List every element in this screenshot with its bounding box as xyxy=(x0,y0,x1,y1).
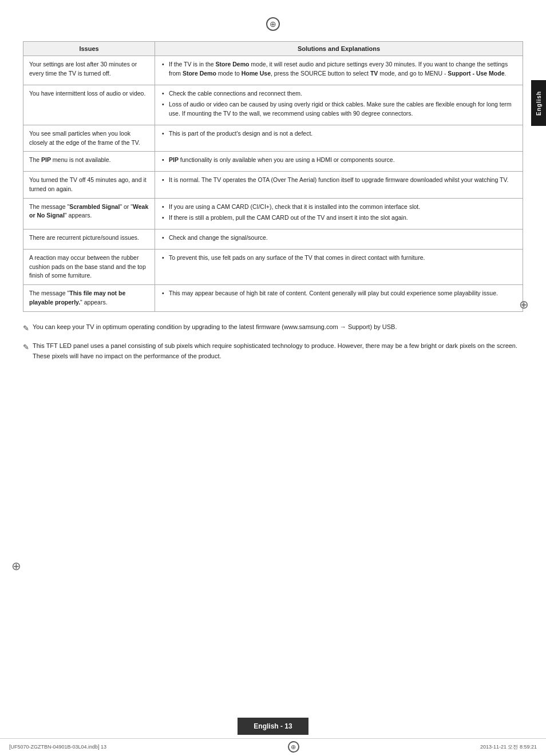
solution-cell: If the TV is in the Store Demo mode, it … xyxy=(155,56,523,85)
solution-cell: If you are using a CAM CARD (CI/CI+), ch… xyxy=(155,198,523,229)
table-row: You see small particles when you look cl… xyxy=(23,125,523,152)
issue-cell: You have intermittent loss of audio or v… xyxy=(23,85,155,125)
right-cross-icon: ⊕ xyxy=(519,298,529,311)
issue-cell: You turned the TV off 45 minutes ago, an… xyxy=(23,172,155,199)
issue-cell: The message "This file may not be playab… xyxy=(23,285,155,312)
page-number-badge: English - 13 xyxy=(238,718,308,735)
issue-cell: You see small particles when you look cl… xyxy=(23,125,155,152)
footer-circle-icon: ⊕ xyxy=(288,741,299,753)
note-icon-2: ✎ xyxy=(23,342,29,354)
issue-cell: The PIP menu is not available. xyxy=(23,152,155,172)
issue-cell: Your settings are lost after 30 minutes … xyxy=(23,56,155,85)
table-row: You have intermittent loss of audio or v… xyxy=(23,85,523,125)
troubleshooting-table: Issues Solutions and Explanations Your s… xyxy=(23,41,523,312)
solution-cell: Check and change the signal/source. xyxy=(155,229,523,250)
table-row: The message "Scrambled Signal" or "Weak … xyxy=(23,198,523,229)
table-row: A reaction may occur between the rubber … xyxy=(23,249,523,284)
table-row: You turned the TV off 45 minutes ago, an… xyxy=(23,172,523,199)
table-header-issues: Issues xyxy=(23,42,155,56)
issue-cell: There are recurrent picture/sound issues… xyxy=(23,229,155,250)
footer-bar: [UF5070-ZGZTBN-04901B-03L04.indb] 13 ⊕ 2… xyxy=(0,738,546,756)
issue-cell: A reaction may occur between the rubber … xyxy=(23,249,155,284)
issue-cell: The message "Scrambled Signal" or "Weak … xyxy=(23,198,155,229)
note-text-2: This TFT LED panel uses a panel consisti… xyxy=(33,341,523,361)
note-icon-1: ✎ xyxy=(23,323,29,335)
solution-cell: Check the cable connections and reconnec… xyxy=(155,85,523,125)
note-item-1: ✎ You can keep your TV in optimum operat… xyxy=(23,322,523,335)
table-row: The PIP menu is not available. PIP funct… xyxy=(23,152,523,172)
solution-cell: It is normal. The TV operates the OTA (O… xyxy=(155,172,523,199)
page-container: ⊕ English ⊕ Issues Solutions and Explana… xyxy=(0,0,546,756)
note-text-1: You can keep your TV in optimum operatin… xyxy=(33,322,397,333)
solution-cell: To prevent this, use felt pads on any su… xyxy=(155,249,523,284)
solution-cell: This is part of the product's design and… xyxy=(155,125,523,152)
solution-cell: This may appear because of high bit rate… xyxy=(155,285,523,312)
table-row: The message "This file may not be playab… xyxy=(23,285,523,312)
footer-center: ⊕ xyxy=(288,741,299,753)
notes-section: ✎ You can keep your TV in optimum operat… xyxy=(23,322,523,362)
table-row: There are recurrent picture/sound issues… xyxy=(23,229,523,250)
solution-cell: PIP functionality is only available when… xyxy=(155,152,523,172)
left-cross-icon: ⊕ xyxy=(11,559,21,573)
page-footer: English - 13 [UF5070-ZGZTBN-04901B-03L04… xyxy=(0,718,546,756)
top-decoration: ⊕ xyxy=(23,17,523,31)
note-item-2: ✎ This TFT LED panel uses a panel consis… xyxy=(23,341,523,361)
side-language-tab: English xyxy=(531,80,546,126)
table-row: Your settings are lost after 30 minutes … xyxy=(23,56,523,85)
table-header-solutions: Solutions and Explanations xyxy=(155,42,523,56)
footer-date-info: 2013-11-21 오전 8:59:21 xyxy=(480,743,537,751)
footer-file-info: [UF5070-ZGZTBN-04901B-03L04.indb] 13 xyxy=(9,744,106,750)
top-circle-icon: ⊕ xyxy=(266,17,280,31)
